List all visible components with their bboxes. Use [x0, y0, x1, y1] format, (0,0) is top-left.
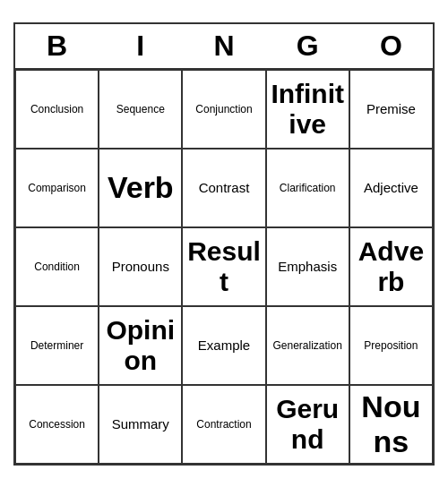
cell-text-r0-c4: Premise — [366, 101, 416, 116]
cell-r3-c4: Preposition — [349, 306, 433, 385]
header-letter-G: G — [266, 24, 349, 68]
cell-text-r0-c2: Conjunction — [195, 103, 252, 115]
bingo-header: BINGO — [15, 24, 433, 70]
cell-r2-c1: Pronouns — [99, 227, 182, 306]
cell-r3-c2: Example — [182, 306, 265, 385]
cell-text-r3-c0: Determiner — [30, 339, 83, 352]
cell-r2-c0: Condition — [15, 227, 99, 306]
cell-r0-c3: Infinitive — [266, 70, 349, 149]
cell-r0-c4: Premise — [349, 70, 433, 149]
cell-text-r2-c1: Pronouns — [112, 259, 169, 274]
cell-r4-c2: Contraction — [182, 385, 265, 464]
cell-text-r2-c3: Emphasis — [278, 259, 337, 274]
cell-text-r1-c1: Verb — [108, 170, 174, 205]
cell-text-r2-c4: Adverb — [354, 236, 428, 297]
header-letter-B: B — [15, 24, 99, 68]
cell-text-r3-c4: Preposition — [364, 339, 418, 352]
bingo-card: BINGO ConclusionSequenceConjunctionInfin… — [13, 22, 435, 466]
cell-text-r3-c1: Opinion — [103, 315, 177, 376]
cell-text-r2-c2: Result — [186, 236, 261, 297]
cell-r1-c0: Comparison — [15, 149, 99, 227]
header-letter-N: N — [182, 24, 265, 68]
cell-r0-c0: Conclusion — [15, 70, 99, 149]
cell-text-r4-c2: Contraction — [196, 418, 251, 431]
cell-r3-c0: Determiner — [15, 306, 99, 385]
cell-r0-c2: Conjunction — [182, 70, 265, 149]
cell-r0-c1: Sequence — [99, 70, 182, 149]
cell-r1-c3: Clarification — [266, 149, 349, 227]
cell-r1-c4: Adjective — [349, 149, 433, 227]
cell-r4-c0: Concession — [15, 385, 99, 464]
cell-text-r0-c3: Infinitive — [271, 79, 345, 140]
header-letter-O: O — [349, 24, 433, 68]
cell-text-r1-c3: Clarification — [280, 182, 336, 194]
cell-r2-c3: Emphasis — [266, 227, 349, 306]
cell-text-r3-c2: Example — [198, 337, 250, 353]
cell-text-r4-c1: Summary — [112, 416, 169, 431]
header-letter-I: I — [99, 24, 182, 68]
cell-text-r4-c3: Gerund — [271, 394, 345, 455]
cell-r2-c4: Adverb — [349, 227, 433, 306]
bingo-grid: ConclusionSequenceConjunctionInfinitiveP… — [15, 70, 433, 464]
cell-r3-c1: Opinion — [99, 306, 182, 385]
cell-r2-c2: Result — [182, 227, 265, 306]
cell-text-r0-c0: Conclusion — [30, 103, 83, 115]
cell-text-r0-c1: Sequence — [116, 103, 165, 115]
cell-r3-c3: Generalization — [266, 306, 349, 385]
cell-r1-c2: Contrast — [182, 149, 265, 227]
cell-text-r2-c0: Condition — [34, 261, 80, 273]
cell-text-r4-c4: Nouns — [354, 389, 428, 459]
cell-r1-c1: Verb — [99, 149, 182, 227]
cell-r4-c3: Gerund — [266, 385, 349, 464]
cell-text-r3-c3: Generalization — [273, 339, 342, 352]
cell-text-r1-c0: Comparison — [28, 182, 86, 194]
cell-text-r1-c4: Adjective — [364, 180, 418, 195]
cell-r4-c1: Summary — [99, 385, 182, 464]
cell-r4-c4: Nouns — [349, 385, 433, 464]
cell-text-r1-c2: Contrast — [199, 180, 250, 195]
cell-text-r4-c0: Concession — [29, 418, 85, 431]
